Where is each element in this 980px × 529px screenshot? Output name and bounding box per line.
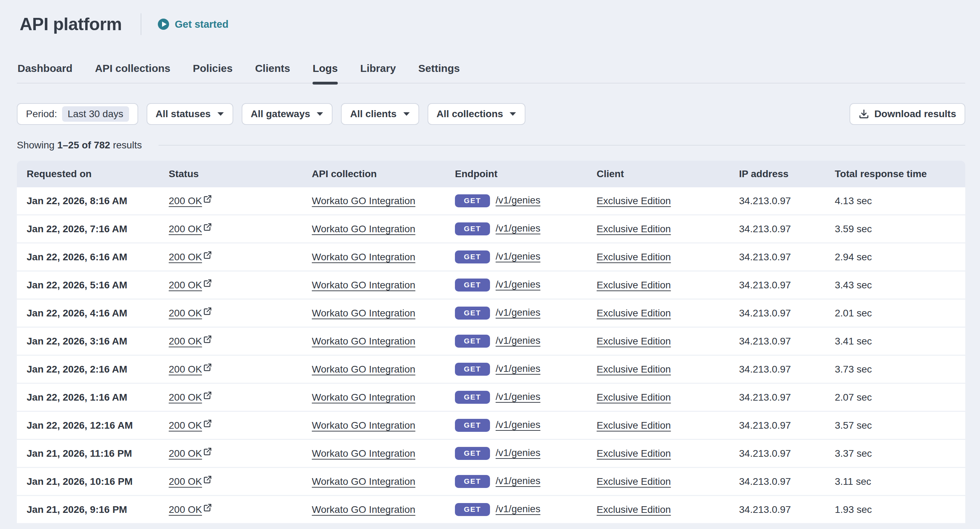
filter-dropdown-all-gateways[interactable]: All gateways bbox=[242, 103, 333, 125]
column-header-total-response-time: Total response time bbox=[825, 161, 965, 187]
status-link[interactable]: 200 OK bbox=[169, 364, 202, 374]
client-link[interactable]: Exclusive Edition bbox=[597, 392, 671, 403]
api-collection-link[interactable]: Workato GO Integration bbox=[312, 504, 415, 515]
status-link[interactable]: 200 OK bbox=[169, 195, 202, 206]
status-link[interactable]: 200 OK bbox=[169, 420, 202, 431]
api-collection-link[interactable]: Workato GO Integration bbox=[312, 476, 415, 487]
client-link[interactable]: Exclusive Edition bbox=[597, 195, 671, 206]
endpoint-link[interactable]: /v1/genies bbox=[496, 447, 541, 458]
external-link-icon bbox=[203, 363, 212, 372]
api-collection-cell: Workato GO Integration bbox=[302, 412, 445, 440]
endpoint-link[interactable]: /v1/genies bbox=[496, 223, 541, 234]
client-link[interactable]: Exclusive Edition bbox=[597, 308, 671, 319]
api-collection-link[interactable]: Workato GO Integration bbox=[312, 392, 415, 403]
client-cell: Exclusive Edition bbox=[587, 244, 729, 271]
status-link[interactable]: 200 OK bbox=[169, 252, 202, 262]
endpoint-link[interactable]: /v1/genies bbox=[496, 419, 541, 430]
api-collection-link[interactable]: Workato GO Integration bbox=[312, 336, 415, 347]
download-results-button[interactable]: Download results bbox=[850, 103, 965, 125]
status-link[interactable]: 200 OK bbox=[169, 476, 202, 487]
tab-settings[interactable]: Settings bbox=[418, 62, 460, 83]
status-link[interactable]: 200 OK bbox=[169, 280, 202, 290]
endpoint-link[interactable]: /v1/genies bbox=[496, 335, 541, 346]
api-collection-link[interactable]: Workato GO Integration bbox=[312, 195, 415, 206]
get-started-link[interactable]: Get started bbox=[158, 18, 228, 30]
requested-on-cell: Jan 22, 2026, 5:16 AM bbox=[17, 271, 159, 300]
status-code: 200 OK bbox=[169, 448, 202, 459]
logs-table-body: Jan 22, 2026, 8:16 AM 200 OK Workato GO … bbox=[17, 187, 965, 524]
endpoint-link[interactable]: /v1/genies bbox=[496, 363, 541, 374]
tab-dashboard[interactable]: Dashboard bbox=[18, 62, 73, 83]
api-collection-link[interactable]: Workato GO Integration bbox=[312, 223, 415, 234]
status-cell: 200 OK bbox=[159, 271, 302, 300]
endpoint-link[interactable]: /v1/genies bbox=[496, 504, 541, 514]
api-collection-link[interactable]: Workato GO Integration bbox=[312, 308, 415, 319]
client-link[interactable]: Exclusive Edition bbox=[597, 448, 671, 459]
status-link[interactable]: 200 OK bbox=[169, 336, 202, 347]
column-header-client: Client bbox=[587, 161, 729, 187]
download-icon bbox=[859, 109, 869, 119]
page-title: API platform bbox=[17, 14, 122, 34]
endpoint-link[interactable]: /v1/genies bbox=[496, 475, 541, 486]
log-row: Jan 22, 2026, 2:16 AM 200 OK Workato GO … bbox=[17, 356, 965, 384]
ip-address-cell: 34.213.0.97 bbox=[729, 356, 825, 384]
column-header-requested-on: Requested on bbox=[17, 161, 159, 187]
status-link[interactable]: 200 OK bbox=[169, 448, 202, 459]
filter-dropdown-all-clients[interactable]: All clients bbox=[341, 103, 419, 125]
method-badge: GET bbox=[455, 250, 490, 263]
api-collection-link[interactable]: Workato GO Integration bbox=[312, 280, 415, 290]
tab-logs[interactable]: Logs bbox=[312, 62, 338, 83]
status-link[interactable]: 200 OK bbox=[169, 392, 202, 403]
log-row: Jan 22, 2026, 1:16 AM 200 OK Workato GO … bbox=[17, 384, 965, 412]
endpoint-link[interactable]: /v1/genies bbox=[496, 195, 541, 206]
client-cell: Exclusive Edition bbox=[587, 187, 729, 215]
filter-dropdown-all-collections[interactable]: All collections bbox=[428, 103, 526, 125]
api-collection-cell: Workato GO Integration bbox=[302, 356, 445, 384]
status-cell: 200 OK bbox=[159, 496, 302, 524]
endpoint-link[interactable]: /v1/genies bbox=[496, 391, 541, 402]
endpoint-link[interactable]: /v1/genies bbox=[496, 279, 541, 290]
client-link[interactable]: Exclusive Edition bbox=[597, 280, 671, 290]
filter-dropdown-label: All statuses bbox=[156, 108, 211, 120]
endpoint-cell: GET/v1/genies bbox=[445, 328, 587, 356]
status-link[interactable]: 200 OK bbox=[169, 504, 202, 515]
tab-api-collections[interactable]: API collections bbox=[95, 62, 170, 83]
endpoint-cell: GET/v1/genies bbox=[445, 384, 587, 412]
client-link[interactable]: Exclusive Edition bbox=[597, 364, 671, 374]
api-collection-link[interactable]: Workato GO Integration bbox=[312, 448, 415, 459]
filter-dropdown-all-statuses[interactable]: All statuses bbox=[146, 103, 233, 125]
client-link[interactable]: Exclusive Edition bbox=[597, 476, 671, 487]
endpoint-link[interactable]: /v1/genies bbox=[496, 251, 541, 262]
client-link[interactable]: Exclusive Edition bbox=[597, 223, 671, 234]
response-time-cell: 1.93 sec bbox=[825, 496, 965, 524]
method-badge: GET bbox=[455, 475, 490, 488]
period-value-chip: Last 30 days bbox=[62, 106, 129, 122]
client-link[interactable]: Exclusive Edition bbox=[597, 504, 671, 515]
tab-library[interactable]: Library bbox=[360, 62, 396, 83]
status-cell: 200 OK bbox=[159, 328, 302, 356]
endpoint-link[interactable]: /v1/genies bbox=[496, 307, 541, 318]
api-collection-link[interactable]: Workato GO Integration bbox=[312, 420, 415, 431]
api-collection-link[interactable]: Workato GO Integration bbox=[312, 252, 415, 262]
status-cell: 200 OK bbox=[159, 384, 302, 412]
status-link[interactable]: 200 OK bbox=[169, 308, 202, 319]
filter-dropdown-label: All gateways bbox=[251, 108, 310, 120]
client-link[interactable]: Exclusive Edition bbox=[597, 336, 671, 347]
client-link[interactable]: Exclusive Edition bbox=[597, 252, 671, 262]
client-link[interactable]: Exclusive Edition bbox=[597, 420, 671, 431]
tab-clients[interactable]: Clients bbox=[255, 62, 290, 83]
api-platform-page: API platform Get started Dashboard API c… bbox=[0, 0, 980, 524]
requested-on-cell: Jan 22, 2026, 8:16 AM bbox=[17, 187, 159, 215]
status-link[interactable]: 200 OK bbox=[169, 223, 202, 234]
response-time-cell: 2.94 sec bbox=[825, 244, 965, 271]
status-code: 200 OK bbox=[169, 252, 202, 262]
requested-on-cell: Jan 22, 2026, 3:16 AM bbox=[17, 328, 159, 356]
api-collection-link[interactable]: Workato GO Integration bbox=[312, 364, 415, 374]
results-summary: Showing 1–25 of 782 results bbox=[17, 140, 965, 151]
status-cell: 200 OK bbox=[159, 300, 302, 328]
api-collection-cell: Workato GO Integration bbox=[302, 187, 445, 215]
period-filter-button[interactable]: Period: Last 30 days bbox=[17, 103, 138, 125]
tab-policies[interactable]: Policies bbox=[193, 62, 232, 83]
requested-on-cell: Jan 22, 2026, 7:16 AM bbox=[17, 215, 159, 244]
tab-label: Library bbox=[360, 62, 396, 74]
